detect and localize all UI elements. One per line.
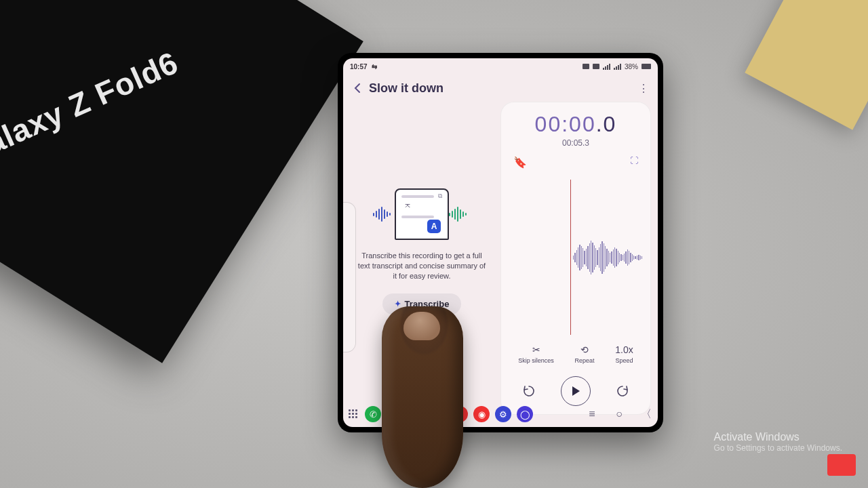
chevron-left-icon [353, 83, 361, 94]
dock-rec[interactable]: ◉ [473, 406, 490, 422]
side-panel-handle[interactable] [343, 202, 356, 352]
skip-silences-button[interactable]: ✂︎ Skip silences [518, 344, 554, 364]
nav-home[interactable]: ○ [613, 408, 625, 420]
playback-total: 00:05.3 [508, 138, 644, 148]
transcribe-button-label: Transcribe [405, 299, 450, 309]
play-icon [571, 386, 580, 396]
dock-hidden-1[interactable] [387, 406, 403, 422]
transcribe-illustration: ⧉ ㅈ A [368, 187, 476, 241]
status-battery: 38% [625, 63, 638, 70]
skip-silences-icon: ✂︎ [532, 344, 540, 355]
dock-hidden-2[interactable] [408, 406, 425, 422]
apps-button[interactable] [349, 409, 358, 419]
status-net-icon: ⇆ [372, 63, 377, 70]
device-frame: 10:57 ⇆ 38% Slow it down ⋮ [338, 53, 663, 432]
os-watermark: Activate Windows Go to Settings to activ… [714, 431, 842, 453]
bookmark-button[interactable]: 🔖 [513, 156, 527, 169]
taskbar: ✆▶✽◉⚙◯ ≡ ○ 〈 [343, 401, 658, 427]
status-bar: 10:57 ⇆ 38% [343, 58, 658, 75]
repeat-button[interactable]: ⟲ Repeat [575, 344, 595, 364]
device-screen: 10:57 ⇆ 38% Slow it down ⋮ [343, 58, 658, 427]
rewind-button[interactable] [519, 381, 539, 401]
forward-icon [616, 384, 629, 398]
speed-button[interactable]: 1.0x Speed [615, 344, 633, 364]
dock-settings[interactable]: ⚙ [495, 406, 511, 422]
transcribe-button[interactable]: ✦ Transcribe [382, 293, 462, 314]
box-badge [47, 0, 243, 11]
dock-phone[interactable]: ✆ [365, 406, 381, 422]
transcribe-panel: ⧉ ㅈ A Transcribe this recording to get a… [350, 102, 494, 396]
signal-icon [603, 64, 610, 70]
dock-opera[interactable]: ◯ [517, 406, 533, 422]
forward-button[interactable] [612, 381, 633, 401]
nav-recents[interactable]: ≡ [586, 408, 598, 420]
back-button[interactable] [350, 81, 365, 96]
signal-icon-2 [614, 64, 621, 70]
rewind-icon [522, 384, 536, 398]
youtube-badge [827, 454, 856, 476]
speed-value: 1.0x [615, 344, 633, 355]
box-label: Galaxy Z Fold6 [0, 44, 184, 171]
app-header: Slow it down ⋮ [343, 75, 658, 102]
a-chip: A [427, 220, 441, 233]
playback-time: 00:00.0 [508, 112, 644, 137]
image-marker-button[interactable]: ⛶ [630, 156, 638, 169]
battery-icon [642, 64, 651, 69]
dock-youtube[interactable]: ▶ [430, 406, 446, 422]
wifi-icon [593, 64, 599, 69]
dock-snow[interactable]: ✽ [452, 406, 468, 422]
waveform[interactable] [509, 174, 642, 340]
transcribe-description: Transcribe this recording to get a full … [356, 251, 488, 281]
doc-icon: ⧉ ㅈ A [395, 188, 449, 240]
nav-back[interactable]: 〈 [640, 408, 652, 420]
sparkle-icon: ✦ [395, 300, 401, 308]
alarm-icon [583, 64, 589, 69]
player-card: 00:00.0 00:05.3 🔖 ⛶ [500, 102, 651, 415]
status-time: 10:57 [350, 63, 368, 70]
page-title: Slow it down [369, 81, 443, 96]
link-icon: ⧉ [438, 192, 442, 200]
repeat-icon: ⟲ [580, 344, 589, 355]
more-options-button[interactable]: ⋮ [636, 82, 651, 95]
